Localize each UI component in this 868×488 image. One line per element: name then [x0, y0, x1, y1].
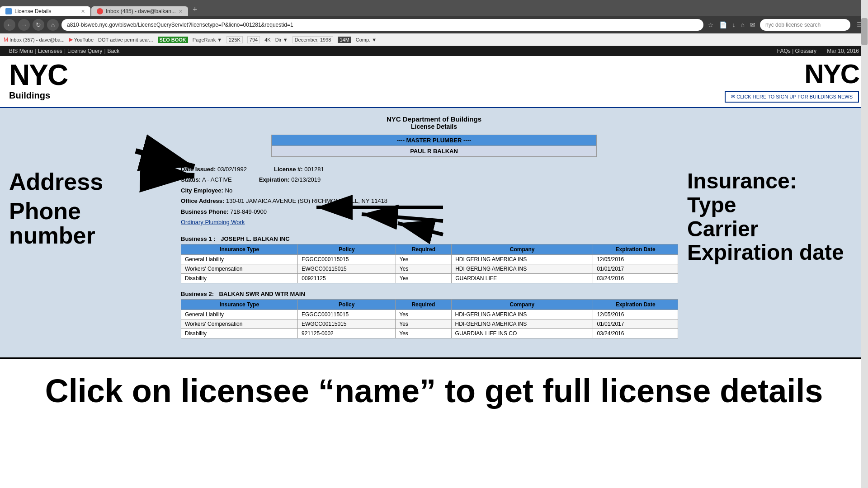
inactive-tab-label: Inbox (485) - dave@balkan...: [106, 8, 176, 14]
content-title: NYC Department of Buildings License Deta…: [9, 115, 859, 130]
nav-faqs[interactable]: FAQs: [777, 48, 791, 54]
th-company-1: Company: [452, 244, 593, 255]
th-expiration-1: Expiration Date: [593, 244, 678, 255]
carrier-annotation: Carrier: [687, 217, 859, 241]
toolbar-794: 794: [247, 36, 260, 43]
city-employee-label: City Employee:: [181, 187, 223, 194]
nyc-text-left: NYC: [9, 61, 67, 89]
inactive-tab-close[interactable]: ✕: [179, 9, 183, 14]
bookmark-star[interactable]: ☆: [706, 20, 716, 29]
download-icon[interactable]: ↓: [731, 20, 737, 29]
table-row: Disability00921125YesGUARDIAN LIFE03/24/…: [181, 274, 678, 283]
dept-title: NYC Department of Buildings: [9, 115, 859, 123]
bookmark-dot[interactable]: DOT active permit sear...: [98, 37, 153, 42]
bookmark-youtube[interactable]: ▶ YouTube: [69, 37, 94, 42]
scrollbar-thumb[interactable]: [861, 18, 868, 45]
section-title: License Details: [9, 123, 859, 130]
active-tab[interactable]: License Details ✕: [0, 6, 90, 16]
license-type-bar: ---- MASTER PLUMBER ----: [271, 135, 597, 146]
nav-glossary[interactable]: Glossary: [795, 48, 816, 54]
date-issued-label: Date Issued:: [181, 166, 216, 173]
seo-book[interactable]: SEO BOOK: [158, 37, 188, 43]
forward-button[interactable]: →: [18, 19, 30, 31]
nav-license-query[interactable]: License Query: [67, 48, 102, 54]
insurance-annotation: Insurance:: [687, 169, 859, 193]
site-nav: BIS Menu | Licensees | License Query | B…: [0, 46, 868, 56]
th-required-2: Required: [396, 300, 451, 310]
table-row: General LiabilityEGGCC000115015YesHDI-GE…: [181, 310, 678, 319]
business-phone-value: 718-849-0900: [230, 208, 267, 215]
nav-date: Mar 10, 2016: [827, 48, 859, 54]
reload-button[interactable]: ↻: [33, 19, 44, 31]
table-row: Disability921125-0002YesGUARDIAN LIFE IN…: [181, 329, 678, 338]
type-annotation: Type: [687, 193, 859, 217]
search-input[interactable]: [760, 19, 850, 31]
business1-label: Business 1 : JOSEPH L. BALKAN INC: [181, 235, 678, 242]
nyc-logo-left: NYC Buildings: [9, 61, 67, 101]
address-input[interactable]: [61, 19, 703, 31]
business1-insurance-table: Insurance Type Policy Required Company E…: [181, 244, 678, 283]
toolbar-dir[interactable]: Dir ▼: [275, 37, 288, 42]
nyc-text-right: NYC: [804, 61, 859, 88]
buildings-label: Buildings: [9, 90, 67, 101]
table-row: General LiabilityEGGCC000115015YesHDI GE…: [181, 255, 678, 264]
tab-favicon: [5, 8, 12, 14]
left-annotations: Address Phone number: [9, 160, 172, 350]
bookmark-inbox[interactable]: M Inbox (357) - dave@ba...: [4, 37, 65, 43]
toolbar-14m: 14M: [338, 37, 351, 43]
bookmarks-bar: M Inbox (357) - dave@ba... ▶ YouTube DOT…: [0, 33, 868, 46]
nav-right: FAQs | Glossary Mar 10, 2016: [777, 48, 859, 54]
scrollbar[interactable]: [861, 0, 868, 488]
home-button[interactable]: ⌂: [47, 19, 59, 31]
office-address-value: 130-01 JAMAICA AVENUE (SO) RICHMOND HILL…: [226, 197, 387, 204]
bottom-banner-text: Click on licensee “name” to get full lic…: [18, 372, 850, 409]
business2-label: Business 2: BALKAN SWR AND WTR MAIN: [181, 291, 678, 297]
gmail-icon: M: [4, 37, 8, 43]
license-no-value: 001281: [304, 166, 324, 173]
table-row: Workers' CompensationEWGCC00115015YesHDI…: [181, 264, 678, 274]
th-required-1: Required: [396, 244, 451, 255]
inactive-tab[interactable]: Inbox (485) - dave@balkan... ✕: [91, 6, 188, 16]
license-info: Date Issued: 03/02/1992 License #: 00128…: [181, 160, 678, 231]
toolbar-comp[interactable]: Comp. ▼: [356, 37, 377, 42]
reading-icon[interactable]: 📄: [717, 20, 729, 29]
send-icon[interactable]: ✉: [748, 20, 757, 29]
tab-close[interactable]: ✕: [81, 9, 85, 14]
th-policy-2: Policy: [298, 300, 396, 310]
expiration-value: 02/13/2019: [291, 176, 321, 183]
expiration-label: Expiration:: [259, 176, 290, 183]
th-policy-1: Policy: [298, 244, 396, 255]
th-type-1: Insurance Type: [181, 244, 298, 255]
nav-back[interactable]: Back: [108, 48, 120, 54]
header-right: NYC ✉ CLICK HERE TO SIGN UP FOR BUILDING…: [725, 61, 859, 103]
license-no-label: License #:: [274, 166, 303, 173]
business2-insurance-table: Insurance Type Policy Required Company E…: [181, 299, 678, 338]
date-issued-value: 03/02/1992: [217, 166, 247, 173]
signup-button[interactable]: ✉ CLICK HERE TO SIGN UP FOR BUILDINGS NE…: [725, 91, 859, 103]
status-label: Status:: [181, 176, 201, 183]
licensee-name-bar: PAUL R BALKAN: [271, 146, 597, 157]
main-content: NYC Department of Buildings License Deta…: [0, 108, 868, 357]
home-icon2[interactable]: ⌂: [739, 20, 746, 29]
status-value: A - ACTIVE: [202, 176, 232, 183]
phone-annotation: Phone number: [9, 199, 172, 248]
th-company-2: Company: [451, 300, 593, 310]
pagerank: PageRank ▼: [193, 37, 222, 42]
active-tab-label: License Details: [14, 8, 51, 14]
th-expiration-2: Expiration Date: [593, 300, 678, 310]
business-phone-label: Business Phone:: [181, 208, 228, 215]
gmail-favicon: [97, 8, 103, 14]
bottom-banner: Click on licensee “name” to get full lic…: [0, 357, 868, 423]
youtube-icon: ▶: [69, 37, 73, 42]
th-type-2: Insurance Type: [181, 300, 298, 310]
work-link[interactable]: Ordinary Plumbing Work: [181, 219, 245, 225]
nav-licensees[interactable]: Licensees: [38, 48, 62, 54]
office-address-label: Office Address:: [181, 197, 224, 204]
new-tab-button[interactable]: +: [188, 3, 278, 16]
page-header: NYC Buildings NYC ✉ CLICK HERE TO SIGN U…: [0, 56, 868, 108]
toolbar-225k: 225K: [226, 36, 243, 43]
expiration-annotation: Expiration date: [687, 241, 859, 265]
nav-bis-menu[interactable]: BIS Menu: [9, 48, 33, 54]
back-button[interactable]: ←: [4, 19, 15, 31]
table-row: Workers' CompensationEWGCC00115015YesHDI…: [181, 319, 678, 329]
